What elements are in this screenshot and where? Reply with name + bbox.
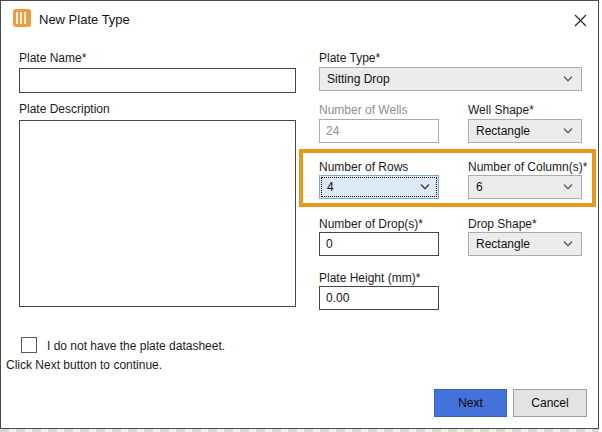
next-button[interactable]: Next: [434, 389, 507, 417]
well-shape-label: Well Shape*: [468, 103, 534, 117]
chevron-down-icon: [420, 184, 430, 190]
datasheet-checkbox-label[interactable]: I do not have the plate datasheet.: [47, 339, 225, 353]
plate-type-label: Plate Type*: [319, 51, 380, 65]
number-of-columns-value: 6: [476, 180, 483, 194]
chevron-down-icon: [563, 184, 573, 190]
close-button[interactable]: [566, 7, 594, 33]
plate-app-icon: [13, 9, 31, 27]
chevron-down-icon: [563, 128, 573, 134]
window-title: New Plate Type: [39, 12, 130, 27]
plate-description-label: Plate Description: [19, 102, 110, 116]
number-of-wells-label: Number of Wells: [319, 103, 407, 117]
number-of-rows-label: Number of Rows: [319, 160, 408, 174]
well-shape-value: Rectangle: [476, 124, 530, 138]
plate-name-input[interactable]: [19, 68, 296, 93]
number-of-rows-dropdown[interactable]: 4: [319, 175, 439, 199]
next-button-label: Next: [458, 396, 483, 410]
number-of-columns-label: Number of Column(s)*: [468, 160, 587, 174]
number-of-columns-dropdown[interactable]: 6: [468, 175, 582, 199]
plate-type-value: Sitting Drop: [327, 72, 390, 86]
datasheet-checkbox[interactable]: [21, 337, 37, 353]
drop-shape-value: Rectangle: [476, 237, 530, 251]
plate-type-dropdown[interactable]: Sitting Drop: [319, 67, 582, 91]
plate-description-input[interactable]: [19, 120, 296, 307]
chevron-down-icon: [563, 76, 573, 82]
number-of-wells-input: [319, 119, 439, 143]
drop-shape-dropdown[interactable]: Rectangle: [468, 232, 582, 256]
number-of-drops-input[interactable]: [319, 232, 439, 256]
number-of-drops-label: Number of Drop(s)*: [319, 217, 423, 231]
well-shape-dropdown[interactable]: Rectangle: [468, 119, 582, 143]
number-of-rows-value: 4: [327, 180, 334, 194]
cancel-button-label: Cancel: [531, 396, 568, 410]
plate-name-label: Plate Name*: [19, 51, 86, 65]
instruction-text: Click Next button to continue.: [6, 358, 162, 372]
new-plate-type-dialog: New Plate Type Plate Name* Plate Descrip…: [0, 0, 599, 429]
chevron-down-icon: [563, 241, 573, 247]
close-icon: [574, 14, 587, 27]
plate-height-label: Plate Height (mm)*: [319, 271, 420, 285]
cancel-button[interactable]: Cancel: [513, 389, 587, 417]
drop-shape-label: Drop Shape*: [468, 217, 537, 231]
plate-icon-stripes: [16, 12, 28, 24]
plate-height-input[interactable]: [319, 286, 439, 310]
